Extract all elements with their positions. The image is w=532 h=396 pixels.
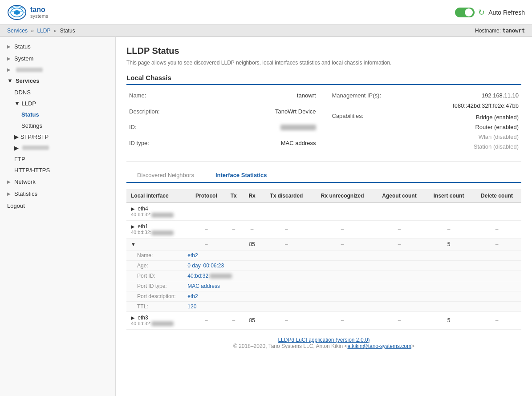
- cell-ageout: –: [374, 311, 425, 329]
- col-delete: Delete count: [472, 189, 521, 203]
- expand-button[interactable]: ▶: [131, 224, 134, 229]
- sidebar-item-status[interactable]: ▶ Status: [0, 40, 115, 53]
- tab-interface-statistics[interactable]: Interface Statistics: [205, 168, 278, 183]
- col-ageout: Ageout count: [374, 189, 425, 203]
- cell-delete: –: [472, 311, 521, 329]
- chassis-label-mgmt2: [329, 101, 384, 111]
- col-tx-discarded: Tx discarded: [261, 189, 311, 203]
- table-row-detail: Port ID: 40:bd:32:: [126, 271, 521, 281]
- logo-brand: tano: [30, 6, 48, 14]
- chassis-label-desc: Description:: [126, 106, 171, 122]
- cell-rx: 85: [243, 238, 261, 250]
- cell-interface: ▶ eth1 40:bd:32:: [126, 220, 188, 238]
- page-title: LLDP Status: [126, 46, 521, 56]
- sidebar-item-label: Status: [14, 43, 31, 50]
- blurred-label: [22, 145, 49, 150]
- sidebar-item-logout[interactable]: Logout: [0, 200, 115, 212]
- sidebar-item-network[interactable]: ▶ Network: [0, 176, 115, 188]
- breadcrumb-lldp[interactable]: LLDP: [37, 28, 50, 34]
- col-local-interface: Local interface: [126, 189, 188, 203]
- detail-cell: Port ID type: MAC address: [126, 281, 521, 291]
- table-row: ▶ eth4 40:bd:32: – – – – – – – –: [126, 203, 521, 221]
- interface-label: ▶ eth4: [131, 206, 183, 212]
- col-insert: Insert count: [425, 189, 472, 203]
- cell-rx-unrecognized: –: [312, 220, 374, 238]
- blurred-label: [16, 68, 43, 72]
- footer-email-link[interactable]: a.kikin@tano-systems.com: [347, 343, 411, 349]
- refresh-icon: ↻: [478, 8, 485, 17]
- cell-ageout: –: [374, 220, 425, 238]
- cell-insert: 5: [425, 311, 472, 329]
- hostname-area: Hostname: tanowrt: [475, 28, 525, 34]
- sidebar-item-lldp-settings[interactable]: Settings: [0, 120, 115, 131]
- header-right: ↻ Auto Refresh: [455, 8, 525, 17]
- chassis-value-id: [171, 122, 319, 138]
- sidebar-item-ftp[interactable]: FTP: [0, 154, 115, 165]
- detail-value: 120: [187, 303, 196, 310]
- sidebar-item-ddns[interactable]: DDNS: [0, 87, 115, 98]
- cell-insert: –: [425, 203, 472, 221]
- detail-label: Port ID:: [137, 273, 186, 279]
- col-tx: Tx: [224, 189, 243, 203]
- chassis-label-name: Name:: [126, 90, 171, 106]
- detail-cell: Port ID: 40:bd:32:: [126, 271, 521, 281]
- interface-label: ▼: [131, 241, 183, 247]
- cell-delete: –: [472, 238, 521, 250]
- sidebar-item-lldp-status[interactable]: Status: [0, 109, 115, 120]
- table-header-row: Local interface Protocol Tx Rx Tx discar…: [126, 189, 521, 203]
- breadcrumb-services[interactable]: Services: [7, 28, 28, 34]
- auto-refresh-label: Auto Refresh: [488, 9, 525, 16]
- chassis-divider: [126, 162, 521, 162]
- sidebar-item-lldp[interactable]: ▼ LLDP: [0, 98, 115, 109]
- auto-refresh-toggle[interactable]: [455, 8, 475, 17]
- sidebar-item-label: Network: [14, 178, 36, 185]
- page-description: This page allows you to see discovered L…: [126, 60, 521, 66]
- chassis-label-idtype: ID type:: [126, 138, 171, 154]
- breadcrumb-current: Status: [60, 28, 75, 34]
- sidebar-item-label: Logout: [7, 202, 25, 209]
- arrow-icon: ▶: [7, 56, 11, 61]
- sidebar-item-system[interactable]: ▶ System: [0, 53, 115, 65]
- interface-mac: 40:bd:32:: [131, 230, 183, 235]
- detail-value: eth2: [187, 293, 198, 299]
- mac-blurred: [151, 321, 174, 326]
- sidebar-item-http-https[interactable]: HTTP/HTTPS: [0, 165, 115, 176]
- tab-discovered-neighbors[interactable]: Discovered Neighbors: [126, 168, 205, 183]
- local-chassis-title: Local Chassis: [126, 74, 521, 85]
- cap-wlan: Wlan (disabled): [386, 132, 519, 142]
- detail-cell: Port description: eth2: [126, 291, 521, 301]
- sidebar-group-services[interactable]: ▼ Services: [0, 75, 115, 87]
- cap-bridge: Bridge (enabled): [386, 113, 519, 122]
- footer-app-link[interactable]: LLDPd LuCI application (version 2.0.0): [278, 337, 370, 343]
- detail-label: Port description:: [137, 293, 186, 299]
- interface-mac: 40:bd:32:: [131, 321, 183, 327]
- mac-blurred: [151, 213, 174, 218]
- sidebar-item-stp-rstp[interactable]: ▶ STP/RSTP: [0, 131, 115, 142]
- sidebar-item-blurred-1[interactable]: ▶: [0, 65, 115, 75]
- sidebar-item-blurred-2[interactable]: ▶: [0, 142, 115, 154]
- arrow-icon: ▶: [7, 179, 11, 184]
- interface-name: eth4: [138, 206, 148, 212]
- cap-router: Router (enabled): [386, 122, 519, 132]
- expand-button[interactable]: ▶: [131, 315, 134, 320]
- chassis-label-id: ID:: [126, 122, 171, 138]
- chassis-value-name: tanowrt: [171, 90, 319, 106]
- table-row-detail: Age: 0 day, 00:06:23: [126, 260, 521, 271]
- arrow-icon: ▼: [14, 100, 20, 107]
- sidebar-item-statistics[interactable]: ▶ Statistics: [0, 188, 115, 200]
- chassis-row-idtype: ID type: MAC address: [126, 138, 319, 154]
- detail-label: Name:: [137, 252, 186, 259]
- interface-label: ▶ eth1: [131, 223, 183, 230]
- expand-button[interactable]: ▶: [131, 206, 134, 211]
- cell-protocol: –: [188, 238, 224, 250]
- table-row-detail: Port description: eth2: [126, 291, 521, 301]
- cell-interface: ▶ eth3 40:bd:32:: [126, 311, 188, 329]
- chassis-row-id: ID:: [126, 122, 319, 138]
- mac-blurred: [151, 230, 174, 235]
- chassis-grid: Name: tanowrt Description: TanoWrt Devic…: [126, 90, 521, 154]
- expand-button[interactable]: ▼: [131, 242, 136, 247]
- table-row: ▶ eth3 40:bd:32: – – 85 – – – 5 –: [126, 311, 521, 329]
- cell-rx-unrecognized: –: [312, 203, 374, 221]
- cell-tx: –: [224, 203, 243, 221]
- cell-protocol: –: [188, 311, 224, 329]
